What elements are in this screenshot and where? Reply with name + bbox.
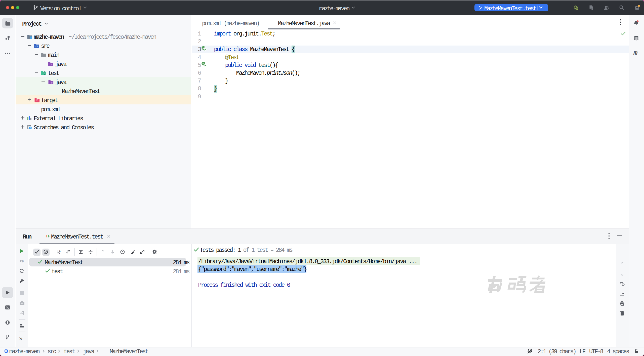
svg-text:9: 9	[22, 259, 24, 263]
svg-text:z: z	[59, 252, 60, 254]
